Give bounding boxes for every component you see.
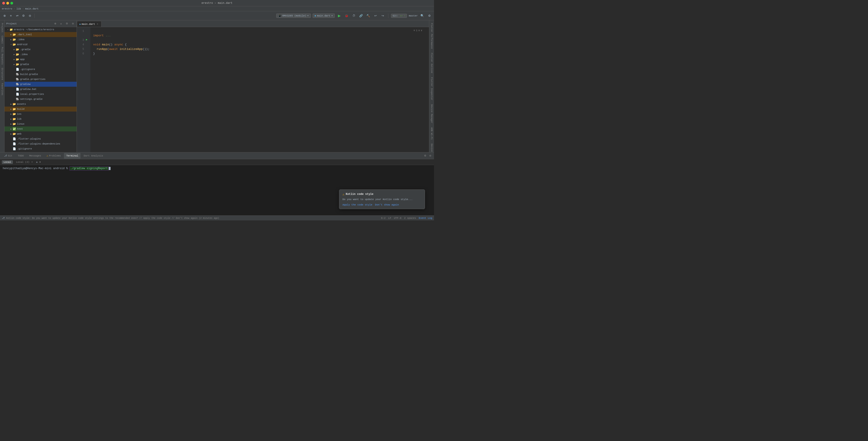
device-name: RMX3265 (mobile) <box>282 14 306 17</box>
breadcrumb-lib[interactable]: lib <box>17 7 21 10</box>
tree-item-gradle-hidden[interactable]: ▶ 📂 .gradle <box>4 47 76 52</box>
terminal-tab-close[interactable]: × <box>31 161 33 163</box>
device-selector[interactable]: 📱 RMX3265 (mobile) ▾ <box>276 13 311 18</box>
tree-item-idea-android[interactable]: ▶ 📂 .idea <box>4 52 76 57</box>
tree-sync-icon[interactable]: ⊕ <box>53 22 57 26</box>
sidebar-favorites-tab[interactable]: Favorites <box>0 82 4 97</box>
right-tab-device-manager[interactable]: Device Manager <box>430 103 433 125</box>
breadcrumb-file[interactable]: main.dart <box>25 7 38 10</box>
file-icon: 📄 <box>13 152 16 152</box>
file-run-config[interactable]: ◆ main.dart ▾ <box>313 13 335 18</box>
status-git-icon: ⎇ <box>2 217 5 219</box>
dont-show-again-link[interactable]: Don't show again <box>375 203 399 206</box>
tree-item-gitignore-root[interactable]: 📄 .gitignore <box>4 146 76 151</box>
tree-item-gradlew-bat[interactable]: 📄 gradlew.bat <box>4 87 76 92</box>
notification-actions: Apply the code style Don't show again <box>342 203 422 206</box>
status-indent[interactable]: 2 spaces <box>404 217 416 219</box>
tree-close-icon[interactable]: ⊖ <box>71 22 75 26</box>
sidebar-pullreq-tab[interactable]: Pull Requests <box>0 45 4 66</box>
tree-item-app[interactable]: ▶ 📂 app <box>4 57 76 62</box>
tree-item-gradle-props[interactable]: 🐘 gradle.properties <box>4 77 76 82</box>
right-tab-flutter-inspector[interactable]: Flutter Inspector <box>430 75 433 102</box>
bottom-tabs: ⎇ Git TODO Messages ⚠ Problems Terminal … <box>0 152 434 159</box>
sidebar-commit-tab[interactable]: Commit <box>0 34 4 45</box>
tree-item-web[interactable]: ▶ 📂 web <box>4 131 76 136</box>
right-tab-flutter-perf[interactable]: Flutter Performance <box>430 21 433 50</box>
undo-button[interactable]: ↩ <box>373 13 378 19</box>
toolbar-icon-collapse[interactable]: ⊖ <box>27 13 33 19</box>
status-position[interactable]: 6:2 <box>381 217 385 219</box>
breadcrumb-erestro[interactable]: erestro <box>2 7 12 10</box>
tree-item-linux[interactable]: ▶ 📂 linux <box>4 122 76 127</box>
breadcrumb: erestro › lib › main.dart <box>0 6 434 11</box>
run-button[interactable]: ▶ <box>337 13 342 19</box>
toolbar-icon-transfer[interactable]: ⇌ <box>14 13 20 19</box>
tree-item-android[interactable]: ▾ 📂 android <box>4 42 76 47</box>
tab-close-button[interactable]: × <box>96 23 99 26</box>
tree-item-flutter-plugins-deps[interactable]: 📄 .flutter-plugins-dependencies <box>4 141 76 146</box>
terminal-close-icon[interactable]: ⊖ <box>428 154 432 158</box>
tree-item-assets[interactable]: ▶ 📂 assets <box>4 102 76 107</box>
editor-tab-main-dart[interactable]: ◆ main.dart × <box>77 21 101 27</box>
profile-button[interactable]: ⏱ <box>351 13 356 19</box>
tree-item-root[interactable]: ▾ 📁 erestro ~/Documents/erestro <box>4 27 76 32</box>
folder-icon: 📂 <box>16 53 19 56</box>
terminal-add-tab[interactable]: + <box>36 160 38 164</box>
tree-item-build[interactable]: ▶ 📂 build <box>4 107 76 111</box>
tree-label-flutter-plugins-deps: .flutter-plugins-dependencies <box>17 142 60 145</box>
tree-gear-icon[interactable]: ⚙ <box>65 22 69 26</box>
tree-item-settings-gradle[interactable]: 🐘 settings.gradle <box>4 97 76 102</box>
apply-code-style-link[interactable]: Apply the code style <box>342 203 372 206</box>
toolbar-icon-settings[interactable]: ⚙ <box>21 13 26 19</box>
tree-item-lib[interactable]: ▶ 📂 lib <box>4 116 76 122</box>
terminal-settings-icon[interactable]: ⚙ <box>423 154 427 158</box>
bottom-tab-problems[interactable]: ⚠ Problems <box>44 153 63 159</box>
bottom-tab-git[interactable]: ⎇ Git <box>2 153 15 159</box>
tree-item-ios[interactable]: ▶ 📂 ios <box>4 111 76 116</box>
tree-item-gradle-folder[interactable]: ▶ 📂 gradle <box>4 62 76 67</box>
status-bar: ⎇ Kotlin code style: Do you want to upda… <box>0 215 434 220</box>
tree-label-gradle-props: gradle.properties <box>20 78 45 80</box>
maximize-button[interactable] <box>10 2 13 4</box>
tree-item-idea[interactable]: ▶ 📂 .idea <box>4 37 76 42</box>
tree-item-build-gradle[interactable]: 🐘 build.gradle <box>4 72 76 77</box>
status-event-log[interactable]: Event Log <box>419 217 432 219</box>
tree-item-metadata[interactable]: 📄 .metadata <box>4 151 76 152</box>
toolbar-icon-sync[interactable]: ⊕ <box>2 13 7 19</box>
bottom-tab-messages[interactable]: Messages <box>27 153 43 159</box>
close-button[interactable] <box>2 2 5 4</box>
bottom-tab-terminal[interactable]: Terminal <box>64 153 81 159</box>
tree-item-local-props[interactable]: 📄 local.properties <box>4 92 76 97</box>
tree-item-flutter-plugins[interactable]: 📄 .flutter-plugins <box>4 136 76 141</box>
terminal-tab-local[interactable]: Local <box>2 160 13 164</box>
tree-item-test[interactable]: ▶ ✅ test <box>4 127 76 131</box>
redo-button[interactable]: ↪ <box>380 13 385 19</box>
build-button[interactable]: 🔨 <box>366 13 371 19</box>
bottom-tab-dart[interactable]: Dart Analysis <box>81 153 105 159</box>
git-branch[interactable]: master <box>409 14 418 17</box>
terminal-tab-arrow[interactable]: ▾ <box>39 160 41 164</box>
search-button[interactable]: 🔍 <box>420 13 425 19</box>
right-tab-flutter-outline[interactable]: Flutter Outline <box>430 51 433 75</box>
debug-button[interactable]: 🐞 <box>344 13 349 19</box>
status-charset[interactable]: UTF-8 <box>394 217 401 219</box>
minimize-button[interactable] <box>6 2 9 4</box>
bottom-tab-todo[interactable]: TODO <box>16 153 26 159</box>
attach-button[interactable]: 🔗 <box>358 13 364 19</box>
tree-item-gradlew[interactable]: 🐘 gradlew <box>4 82 76 87</box>
code-content[interactable]: import ... void main() async { runApp(aw… <box>90 27 429 152</box>
folder-icon: 📂 <box>16 63 19 66</box>
tree-arrow: ▶ <box>9 33 13 36</box>
tree-collapse-icon[interactable]: ≡ <box>59 22 63 26</box>
run-gutter-icon[interactable]: ▶ <box>86 38 90 41</box>
sidebar-structure-tab[interactable]: Structure <box>0 66 4 81</box>
right-tab-adb-wifi[interactable]: ADB Wi-Fi <box>430 126 433 141</box>
terminal-tab-local2[interactable]: Local (2) × <box>14 160 35 164</box>
toolbar-icon-list[interactable]: ≡ <box>8 13 13 19</box>
tree-item-gitignore[interactable]: 📄 .gitignore <box>4 67 76 72</box>
code-area[interactable]: 1 3 4 5 6 ▶ import ... void main() async… <box>77 27 429 152</box>
tree-item-dart-tool[interactable]: ▶ 📂 .dart_tool <box>4 32 76 37</box>
settings-button[interactable]: ⚙ <box>427 13 432 19</box>
status-lf[interactable]: LF <box>388 217 391 219</box>
sidebar-project-tab[interactable]: Project <box>0 22 4 34</box>
